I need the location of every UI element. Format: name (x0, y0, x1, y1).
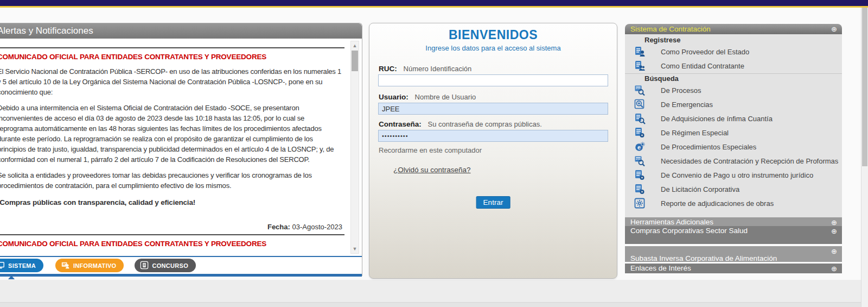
panel-enlaces-de-interes[interactable]: Enlaces de Interés ⊕ (625, 264, 842, 273)
scroll-down-icon[interactable]: ▼ (351, 245, 359, 253)
scroll-up-icon[interactable]: ▲ (351, 42, 359, 49)
announcement-highlight: ¡Compras públicas con transparencia, cal… (0, 198, 339, 206)
menu-item-licitacion-corporativa[interactable]: De Licitación Corporativa (625, 182, 842, 196)
login-subtitle: Ingrese los datos para el acceso al sist… (369, 44, 617, 52)
menu-item-infima-cuantia[interactable]: De Adquisiciones de ínfima Cuantía (625, 111, 842, 126)
contratacion-menu-panel: Sistema de Contratación ⊕ Registrese Com… (625, 24, 842, 273)
contratacion-menu-header[interactable]: Sistema de Contratación ⊕ (625, 24, 842, 34)
section-registrese: Registrese (644, 36, 842, 44)
date-value: 03-Agosto-2023 (292, 223, 342, 231)
remember-me-label: Recordarme en este computador (379, 146, 482, 154)
document-icon (140, 261, 149, 271)
menu-item-label: De Procesos (661, 86, 701, 95)
menu-divider (625, 73, 842, 74)
login-button[interactable]: Entrar (476, 196, 510, 209)
username-input[interactable] (378, 103, 608, 115)
menu-item-label: De Régimen Especial (661, 129, 729, 137)
menu-item-label: De Procedimientos Especiales (661, 143, 756, 151)
alerts-panel: Alertas y Notificaciones COMUNICADO OFIC… (0, 23, 362, 276)
expand-plus-icon[interactable]: ⊕ (831, 248, 838, 255)
tab-label: INFORMATIVO (73, 262, 116, 269)
doc-badge-icon (634, 127, 646, 139)
magnifier-plus-icon (634, 98, 646, 110)
menu-item-label: Como Proveedor del Estado (661, 48, 749, 56)
login-title: BIENVENIDOS (369, 28, 617, 42)
page-scrollbar-thumb[interactable] (862, 8, 867, 166)
tabs-bottom-band (0, 274, 362, 277)
contratacion-menu-body: Registrese Como Proveedor del Estado Com… (625, 34, 842, 217)
tab-label: CONCURSO (152, 262, 188, 269)
doc-badge-icon (634, 169, 646, 181)
expand-plus-icon[interactable]: ⊕ (831, 26, 838, 33)
panel-herramientas-adicionales[interactable]: Herramientas Adicionales ⊕ (625, 217, 842, 226)
menu-item-emergencias[interactable]: De Emergencias (625, 97, 842, 111)
page-bottom-strip (0, 302, 868, 307)
menu-item-reporte-obras[interactable]: Reporte de adjudicaciones de obras (625, 196, 842, 210)
expand-plus-icon[interactable]: ⊕ (831, 219, 838, 226)
user-label-row: Usuario: Nombre de Usuario (379, 93, 476, 101)
ruc-label: RUC: (379, 65, 397, 73)
menu-item-proveedor[interactable]: Como Proveedor del Estado (625, 45, 842, 59)
panel-title: Enlaces de Interés (630, 264, 691, 272)
password-hint: Su contraseña de compras públicas. (428, 120, 542, 128)
menu-item-label: De Emergencias (661, 101, 713, 109)
announcement-paragraph: Se solicita a entidades y proveedores to… (0, 170, 339, 191)
panel-compras-corporativas-salud[interactable]: Compras Corporativas Sector Salud ⊕ (625, 226, 842, 244)
alerts-panel-title: Alertas y Notificaciones (0, 23, 362, 39)
monitor-icon (0, 261, 5, 271)
date-label: Fecha: (267, 223, 290, 231)
menu-item-necesidades[interactable]: Necesidades de Contratación y Recepción … (625, 154, 842, 168)
panel-title: Herramientas Adicionales (630, 218, 713, 226)
menu-item-entidad[interactable]: Como Entidad Contratante (625, 59, 842, 73)
doc-magnifier-icon (634, 112, 646, 124)
alerts-scrollbar[interactable]: ▲ ▼ (350, 41, 359, 254)
soce-login-page: Alertas y Notificaciones COMUNICADO OFIC… (0, 0, 868, 307)
active-tab-pointer-icon (8, 275, 15, 279)
menu-item-regimen-especial[interactable]: De Régimen Especial (625, 126, 842, 140)
calc-magnifier-icon (634, 84, 646, 96)
announcement-heading: COMUNICADO OFICIAL PARA ENTIDADES CONTRA… (0, 240, 339, 248)
ruc-label-row: RUC: Número Identificación (379, 65, 471, 73)
menu-title: Sistema de Contratación (630, 25, 711, 33)
menu-item-label: De Licitación Corporativa (661, 185, 739, 193)
tab-informativo[interactable]: INFORMATIVO (55, 259, 124, 272)
ruc-input[interactable] (378, 74, 608, 86)
e-gear-icon: e (634, 141, 646, 153)
tab-concurso[interactable]: CONCURSO (135, 259, 196, 272)
doc-badge-icon (634, 183, 646, 195)
calc-magnifier-icon (634, 155, 646, 167)
menu-item-convenio-pago[interactable]: De Convenio de Pago u otro instrumento j… (625, 168, 842, 182)
announcement-date: Fecha: 03-Agosto-2023 (0, 223, 342, 231)
announcement-paragraph: Debido a una intermitencia en el Sistema… (0, 103, 339, 165)
menu-item-procesos[interactable]: De Procesos (625, 83, 842, 97)
menu-item-procedimientos-especiales[interactable]: e De Procedimientos Especiales (625, 140, 842, 154)
menu-item-label: Necesidades de Contratación y Recepción … (661, 157, 838, 165)
expand-plus-icon[interactable]: ⊕ (831, 265, 838, 272)
tab-sistema[interactable]: SISTEMA (0, 259, 43, 272)
doc-person-icon (634, 46, 646, 58)
tab-label: SISTEMA (8, 262, 36, 269)
divider (0, 234, 344, 235)
scrollbar-thumb[interactable] (352, 51, 358, 71)
panel-title: Compras Corporativas Sector Salud (630, 227, 748, 235)
user-label: Usuario: (379, 93, 409, 101)
forgot-password-link[interactable]: ¿Olvidó su contraseña? (393, 166, 471, 174)
password-input[interactable] (378, 130, 608, 142)
gear-box-icon (634, 197, 646, 209)
doc-people-icon (634, 60, 646, 72)
login-panel: BIENVENIDOS Ingrese los datos para el ac… (369, 23, 617, 279)
user-hint: Nombre de Usuario (415, 93, 476, 101)
top-navy-bar (0, 0, 868, 6)
announcement-heading: COMUNICADO OFICIAL PARA ENTIDADES CONTRA… (0, 53, 339, 61)
alerts-tabs-row: SISTEMA INFORMATIVO CONCURSO (0, 256, 362, 274)
svg-text:e: e (637, 144, 641, 151)
expand-plus-icon[interactable]: ⊕ (831, 228, 838, 235)
announcement-paragraph: El Servicio Nacional de Contratación Púb… (0, 66, 339, 97)
section-busqueda: Búsqueda (644, 74, 842, 83)
menu-item-label: De Adquisiciones de ínfima Cuantía (661, 115, 773, 123)
page-scrollbar[interactable] (861, 8, 868, 307)
panel-subasta-alimentacion-escolar[interactable]: Subasta Inversa Corporativa de Alimentac… (625, 246, 842, 262)
menu-item-label: Como Entidad Contratante (661, 62, 744, 70)
password-label: Contraseña: (379, 120, 422, 128)
gold-accent-line (0, 6, 868, 8)
